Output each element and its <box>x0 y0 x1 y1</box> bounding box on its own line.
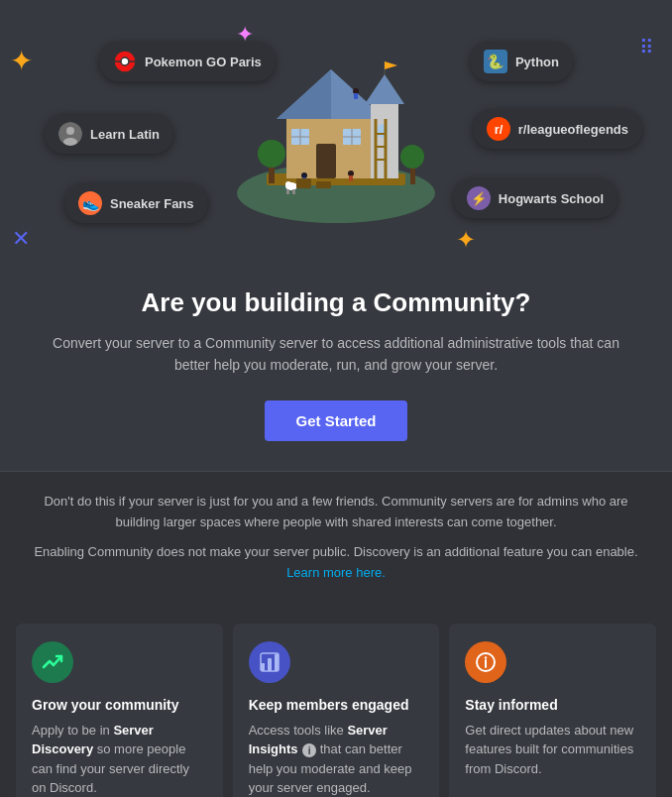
card-informed-body: Get direct updates about new features bu… <box>465 721 640 779</box>
main-description: Convert your server to a Community serve… <box>40 332 632 377</box>
warning-text-1: Don't do this if your server is just for… <box>30 492 642 533</box>
card-grow: Grow your community Apply to be in Serve… <box>16 624 223 797</box>
card-grow-title: Grow your community <box>32 697 207 713</box>
svg-rect-46 <box>286 189 289 194</box>
card-grow-body: Apply to be in Server Discovery so more … <box>32 721 207 797</box>
svg-point-33 <box>258 140 285 168</box>
svg-marker-43 <box>385 61 397 69</box>
cards-section: Grow your community Apply to be in Serve… <box>0 604 672 797</box>
hero-illustration <box>0 20 672 248</box>
discovery-text-content: Enabling Community does not make your se… <box>34 544 637 559</box>
learn-more-link[interactable]: Learn more here. <box>286 565 386 580</box>
svg-rect-48 <box>296 178 311 188</box>
svg-rect-51 <box>268 658 272 671</box>
svg-point-56 <box>485 656 487 658</box>
info-icon: i <box>302 743 316 757</box>
svg-rect-47 <box>292 189 295 194</box>
svg-rect-49 <box>316 181 331 188</box>
page-title: Are you building a Community? <box>40 287 632 318</box>
card-informed: Stay informed Get direct updates about n… <box>449 624 656 797</box>
svg-rect-41 <box>354 93 358 99</box>
discovery-text: Enabling Community does not make your se… <box>30 542 642 584</box>
svg-marker-25 <box>365 74 404 104</box>
informed-icon <box>465 641 506 683</box>
get-started-button[interactable]: Get Started <box>265 400 408 441</box>
engage-icon <box>249 641 290 683</box>
main-content: Are you building a Community? Convert yo… <box>0 278 672 471</box>
svg-rect-17 <box>316 144 336 178</box>
svg-point-35 <box>400 145 424 169</box>
hero-section: ✦ ✦ ⠿ ✦ ✕ Pokemon GO Paris 🐍 Python Lear… <box>0 0 672 278</box>
svg-point-45 <box>285 181 291 187</box>
card-engage-body: Access tools like Server Insights i that… <box>249 721 424 797</box>
warning-section: Don't do this if your server is just for… <box>0 471 672 604</box>
svg-marker-16 <box>277 69 331 119</box>
svg-rect-39 <box>349 175 353 181</box>
svg-rect-34 <box>410 167 415 184</box>
grow-icon <box>32 641 73 683</box>
card-engage: Keep members engaged Access tools like S… <box>233 624 440 797</box>
card-informed-title: Stay informed <box>465 697 640 713</box>
card-engage-title: Keep members engaged <box>249 697 424 713</box>
